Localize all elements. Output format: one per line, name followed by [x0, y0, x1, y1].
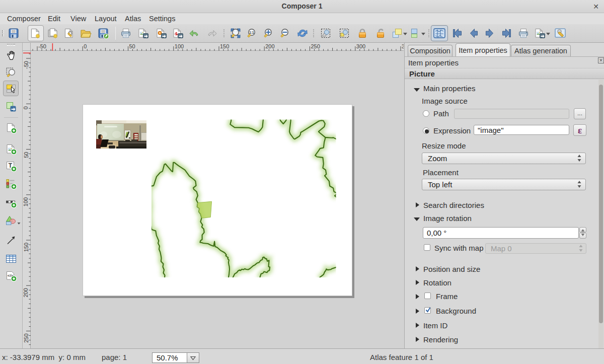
svg-text:150: 150 — [23, 243, 29, 252]
svg-text:0: 0 — [84, 43, 87, 49]
svg-text:100: 100 — [23, 197, 29, 206]
svg-text:-50: -50 — [38, 43, 46, 49]
svg-text:150: 150 — [220, 43, 229, 49]
svg-text:200: 200 — [265, 43, 274, 49]
svg-text:200: 200 — [23, 288, 29, 297]
svg-text:100: 100 — [175, 43, 184, 49]
svg-text:0: 0 — [23, 106, 29, 109]
svg-text:-50: -50 — [23, 61, 29, 69]
svg-text:50: 50 — [23, 152, 29, 158]
svg-text:300: 300 — [356, 43, 365, 49]
svg-text:250: 250 — [311, 43, 320, 49]
svg-text:50: 50 — [129, 43, 135, 49]
svg-text:250: 250 — [23, 334, 29, 343]
svg-text:1:1: 1:1 — [249, 31, 254, 34]
svg-text:350: 350 — [402, 43, 404, 49]
